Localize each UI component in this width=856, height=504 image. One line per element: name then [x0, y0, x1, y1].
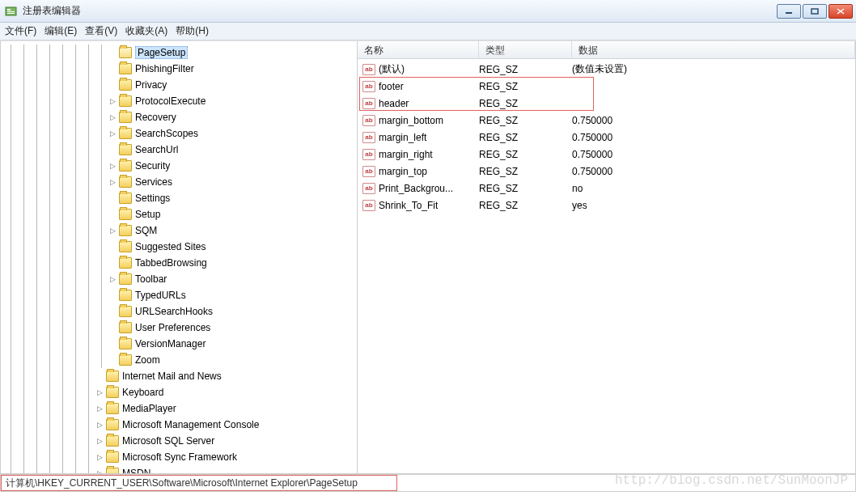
tree-item[interactable]: ▷Recovery: [1, 109, 357, 125]
tree-expander-icon[interactable]: ▷: [108, 226, 117, 235]
folder-icon: [119, 338, 132, 349]
tree-pane: PageSetupPhishingFilterPrivacy▷ProtocolE…: [0, 41, 358, 474]
list-row[interactable]: abmargin_topREG_SZ0.750000: [358, 163, 855, 180]
tree-item[interactable]: User Preferences: [1, 320, 357, 336]
tree-expander-icon: [108, 339, 117, 349]
tree-expander-icon: [108, 210, 117, 219]
menu-help[interactable]: 帮助(H): [176, 24, 209, 38]
tree-item[interactable]: ▷Keyboard: [1, 384, 357, 400]
list-row[interactable]: ab(默认)REG_SZ(数值未设置): [358, 61, 855, 78]
tree-item[interactable]: Zoom: [1, 352, 357, 368]
list-row[interactable]: abmargin_rightREG_SZ0.750000: [358, 146, 855, 163]
tree-item-label: MediaPlayer: [122, 403, 176, 414]
folder-icon: [119, 144, 132, 155]
tree-item[interactable]: TabbedBrowsing: [1, 255, 357, 271]
tree-item[interactable]: ▷Security: [1, 158, 357, 174]
tree-expander-icon[interactable]: ▷: [108, 129, 117, 138]
list-row[interactable]: abPrint_Backgrou...REG_SZno: [358, 180, 855, 197]
tree-item-label: Toolbar: [135, 273, 167, 285]
list-row[interactable]: abfooterREG_SZ: [358, 78, 855, 95]
string-value-icon: ab: [362, 149, 375, 160]
tree-expander-icon: [95, 371, 104, 381]
tree-item[interactable]: PhishingFilter: [1, 61, 357, 77]
tree-expander-icon: [108, 355, 117, 365]
tree-item[interactable]: VersionManager: [1, 336, 357, 352]
list-row[interactable]: abShrink_To_FitREG_SZyes: [358, 197, 855, 214]
tree-expander-icon: [108, 323, 117, 332]
tree-item-label: Microsoft Sync Framework: [122, 451, 237, 463]
svg-rect-2: [7, 11, 15, 12]
tree-item[interactable]: ▷SearchScopes: [1, 125, 357, 142]
close-button[interactable]: [828, 4, 853, 19]
folder-icon: [119, 47, 132, 58]
status-path: 计算机\HKEY_CURRENT_USER\Software\Microsoft…: [6, 476, 358, 490]
tree-expander-icon[interactable]: ▷: [95, 468, 104, 473]
menu-file[interactable]: 文件(F): [5, 24, 36, 38]
folder-icon: [106, 435, 119, 447]
tree-item[interactable]: SearchUrl: [1, 142, 357, 158]
menu-favorites[interactable]: 收藏夹(A): [125, 24, 167, 38]
tree-item[interactable]: ▷MediaPlayer: [1, 400, 357, 417]
tree-item[interactable]: ▷Microsoft Sync Framework: [1, 449, 357, 465]
col-header-name[interactable]: 名称: [358, 41, 479, 58]
string-value-icon: ab: [362, 81, 375, 92]
tree-expander-icon[interactable]: ▷: [108, 96, 117, 106]
tree-item[interactable]: TypedURLs: [1, 287, 357, 303]
titlebar: 注册表编辑器: [0, 0, 856, 23]
tree-item[interactable]: Setup: [1, 206, 357, 222]
folder-icon: [106, 403, 119, 414]
tree-item[interactable]: ▷MSDN: [1, 465, 357, 473]
tree-expander-icon[interactable]: ▷: [95, 388, 104, 397]
tree-item[interactable]: ▷ProtocolExecute: [1, 93, 357, 109]
value-type: REG_SZ: [479, 149, 572, 160]
tree-expander-icon[interactable]: ▷: [95, 436, 104, 446]
tree-scroll[interactable]: PageSetupPhishingFilterPrivacy▷ProtocolE…: [1, 41, 357, 473]
tree-item-label: PageSetup: [135, 46, 188, 59]
tree-item[interactable]: URLSearchHooks: [1, 303, 357, 320]
value-name: header: [379, 98, 479, 109]
tree-item-label: Settings: [135, 193, 170, 204]
col-header-data[interactable]: 数据: [572, 41, 855, 58]
folder-icon: [119, 354, 132, 366]
minimize-button[interactable]: [777, 4, 801, 19]
tree-expander-icon[interactable]: ▷: [108, 161, 117, 171]
tree-expander-icon[interactable]: ▷: [108, 112, 117, 122]
tree-item[interactable]: Settings: [1, 190, 357, 206]
tree-expander-icon[interactable]: ▷: [95, 404, 104, 413]
tree-expander-icon[interactable]: ▷: [95, 420, 104, 430]
tree-item[interactable]: ▷Services: [1, 174, 357, 190]
tree-expander-icon: [108, 258, 117, 268]
tree-item[interactable]: ▷Toolbar: [1, 271, 357, 287]
tree-item-label: Internet Mail and News: [122, 371, 222, 382]
tree-item-label: URLSearchHooks: [135, 306, 213, 317]
tree-expander-icon: [108, 80, 117, 90]
tree-item-label: ProtocolExecute: [135, 95, 206, 107]
list-row[interactable]: abheaderREG_SZ: [358, 95, 855, 112]
maximize-button[interactable]: [803, 4, 827, 19]
tree-item[interactable]: Suggested Sites: [1, 239, 357, 255]
tree-item[interactable]: Privacy: [1, 77, 357, 93]
tree-expander-icon[interactable]: ▷: [95, 452, 104, 462]
list-row[interactable]: abmargin_bottomREG_SZ0.750000: [358, 112, 855, 129]
string-value-icon: ab: [362, 183, 375, 194]
menu-edit[interactable]: 编辑(E): [44, 24, 77, 38]
svg-rect-3: [7, 13, 15, 14]
value-data: 0.750000: [572, 166, 855, 177]
list-row[interactable]: abmargin_leftREG_SZ0.750000: [358, 129, 855, 146]
tree-expander-icon[interactable]: ▷: [108, 274, 117, 284]
tree-item[interactable]: PageSetup: [1, 44, 357, 61]
menu-view[interactable]: 查看(V): [85, 24, 117, 38]
tree-item[interactable]: ▷Microsoft SQL Server: [1, 433, 357, 449]
value-type: REG_SZ: [479, 166, 572, 177]
tree-item-label: Services: [135, 176, 172, 188]
col-header-type[interactable]: 类型: [479, 41, 572, 58]
string-value-icon: ab: [362, 166, 375, 177]
tree-item-label: SearchScopes: [135, 128, 198, 139]
folder-icon: [119, 290, 132, 301]
tree-expander-icon[interactable]: ▷: [108, 177, 117, 187]
tree-item[interactable]: ▷SQM: [1, 222, 357, 239]
tree-item[interactable]: ▷Microsoft Management Console: [1, 417, 357, 433]
tree-item[interactable]: Internet Mail and News: [1, 368, 357, 384]
folder-icon: [119, 306, 132, 317]
window-buttons: [777, 4, 853, 19]
